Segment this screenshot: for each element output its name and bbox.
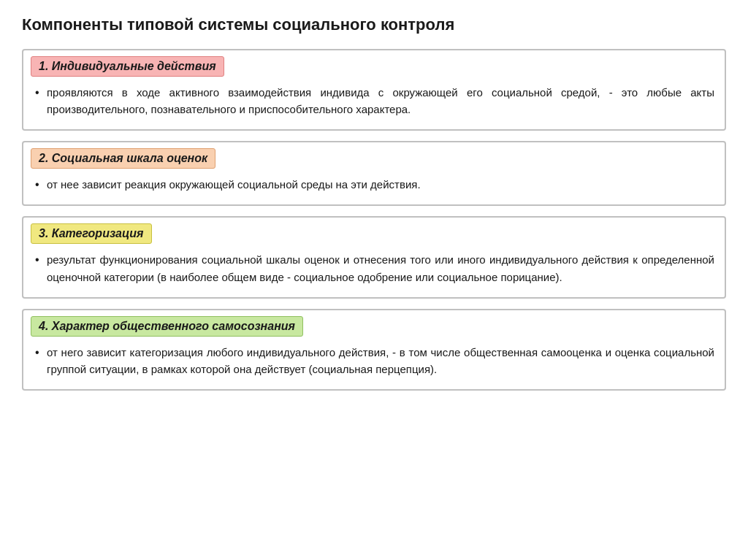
section-text-2: от нее зависит реакция окружающей социал… (34, 176, 714, 193)
section-header-4: 4. Характер общественного самосознания (31, 316, 303, 337)
section-4: 4. Характер общественного самосознанияот… (22, 309, 726, 391)
section-1: 1. Индивидуальные действияпроявляются в … (22, 49, 726, 131)
section-text-3: результат функционирования социальной шк… (34, 251, 714, 285)
section-header-2: 2. Социальная шкала оценок (31, 148, 215, 169)
section-body-2: от нее зависит реакция окружающей социал… (23, 173, 725, 204)
section-header-1: 1. Индивидуальные действия (31, 56, 224, 77)
section-body-4: от него зависит категоризация любого инд… (23, 341, 725, 390)
section-2: 2. Социальная шкала оценокот нее зависит… (22, 141, 726, 206)
section-body-3: результат функционирования социальной шк… (23, 248, 725, 297)
section-header-3: 3. Категоризация (31, 223, 152, 244)
section-text-4: от него зависит категоризация любого инд… (34, 344, 714, 378)
section-3: 3. Категоризациярезультат функционирован… (22, 216, 726, 299)
section-body-1: проявляются в ходе активного взаимодейст… (23, 81, 725, 130)
section-text-1: проявляются в ходе активного взаимодейст… (34, 84, 714, 118)
page-title: Компоненты типовой системы социального к… (22, 15, 726, 36)
